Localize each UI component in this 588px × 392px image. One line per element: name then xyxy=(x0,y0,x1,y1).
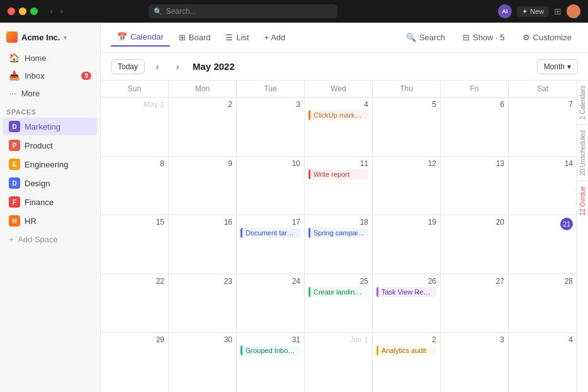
add-space-button[interactable]: + Add Space xyxy=(3,231,98,247)
prev-month-button[interactable]: ‹ xyxy=(150,59,165,74)
event-document-target-users[interactable]: Document target users xyxy=(240,228,300,238)
sidebar-item-home[interactable]: 🏠 Home xyxy=(3,50,98,66)
cal-cell-may11[interactable]: 11 Write report xyxy=(305,157,373,215)
sidebar-item-marketing[interactable]: D Marketing xyxy=(3,118,98,135)
cal-cell-jun3[interactable]: 3 xyxy=(441,333,509,392)
month-view-button[interactable]: Month ▾ xyxy=(537,59,578,74)
user-avatar[interactable] xyxy=(567,4,580,18)
calendar-body: May 1 2 3 4 ClickUp marketing plan 5 6 7 xyxy=(101,98,577,392)
cal-cell-may12[interactable]: 12 xyxy=(373,157,441,215)
add-view-button[interactable]: + Add xyxy=(258,29,292,46)
ai-badge[interactable]: AI xyxy=(498,4,512,18)
cal-cell-may20[interactable]: 20 xyxy=(441,215,509,274)
sidebar-item-design[interactable]: D Design xyxy=(3,174,98,192)
cal-cell-may7[interactable]: 7 xyxy=(509,98,577,156)
forward-arrow[interactable]: › xyxy=(58,6,65,17)
event-grouped-inbox[interactable]: Grouped Inbox Comments xyxy=(240,345,300,356)
cal-cell-may24[interactable]: 24 xyxy=(237,274,305,333)
cal-cell-may23[interactable]: 23 xyxy=(169,274,237,333)
minimize-button[interactable] xyxy=(19,8,26,15)
back-arrow[interactable]: ‹ xyxy=(48,6,55,17)
board-icon: ⊞ xyxy=(179,33,186,42)
event-task-view-redesign[interactable]: Task View Redesign xyxy=(376,287,436,297)
cal-cell-may1[interactable]: May 1 xyxy=(101,98,169,156)
cal-cell-may3[interactable]: 3 xyxy=(237,98,305,156)
close-button[interactable] xyxy=(8,8,15,15)
day-header-sat: Sat xyxy=(509,81,577,97)
day-num: Jun 1 xyxy=(308,335,368,344)
product-dot: P xyxy=(9,140,20,151)
cal-cell-may30[interactable]: 30 xyxy=(169,333,237,392)
day-num: 5 xyxy=(376,100,436,109)
cal-cell-may15[interactable]: 15 xyxy=(101,215,169,274)
calendar-header: Sun Mon Tue Wed Thu Fri Sat xyxy=(101,81,577,98)
cal-cell-may22[interactable]: 22 xyxy=(101,274,169,333)
grid-icon[interactable]: ⊞ xyxy=(554,6,562,16)
day-num: May 1 xyxy=(105,100,164,109)
cal-cell-may25[interactable]: 25 Create landing page xyxy=(305,274,373,333)
event-analytics-audit[interactable]: Analytics audit xyxy=(376,345,436,356)
workspace-name: Acme Inc. xyxy=(21,33,60,42)
cal-cell-may26[interactable]: 26 Task View Redesign xyxy=(373,274,441,333)
cal-cell-may8[interactable]: 8 xyxy=(101,157,169,215)
cal-cell-may2[interactable]: 2 xyxy=(169,98,237,156)
sidebar-item-finance[interactable]: F Finance xyxy=(3,193,98,211)
inbox-badge: 9 xyxy=(81,72,91,80)
day-num: 12 xyxy=(376,159,436,168)
cal-cell-jun2[interactable]: 2 Analytics audit xyxy=(373,333,441,392)
titlebar-search[interactable]: 🔍 Search... xyxy=(149,4,337,18)
search-button[interactable]: 🔍 Search xyxy=(400,30,451,45)
event-spring-campaign[interactable]: Spring campaign image assets xyxy=(308,228,368,238)
cal-cell-may9[interactable]: 9 xyxy=(169,157,237,215)
cal-cell-may6[interactable]: 6 xyxy=(441,98,509,156)
sidebar-item-engineering[interactable]: E Engineering xyxy=(3,155,98,173)
design-dot: D xyxy=(9,177,20,189)
cal-cell-may27[interactable]: 27 xyxy=(441,274,509,333)
today-button[interactable]: Today xyxy=(111,59,145,74)
customize-button[interactable]: ⚙ Customize xyxy=(516,30,578,45)
sidebar-item-product[interactable]: P Product xyxy=(3,137,98,154)
cal-cell-may14[interactable]: 14 xyxy=(509,157,577,215)
side-panel[interactable]: 2 Calendars 20 Unscheduled 12 Ovrdue xyxy=(577,81,588,392)
cal-cell-may4[interactable]: 4 ClickUp marketing plan xyxy=(305,98,373,156)
gear-icon: ⚙ xyxy=(523,33,530,42)
workspace-selector[interactable]: Acme Inc. ▾ xyxy=(0,28,100,47)
cal-cell-jun1[interactable]: Jun 1 xyxy=(305,333,373,392)
event-create-landing-page[interactable]: Create landing page xyxy=(308,287,368,297)
cal-cell-may10[interactable]: 10 xyxy=(237,157,305,215)
tab-board[interactable]: ⊞ Board xyxy=(172,29,217,46)
cal-cell-may21[interactable]: 21 xyxy=(509,215,577,274)
day-num: 19 xyxy=(376,218,436,227)
chevron-down-icon: ▾ xyxy=(567,62,571,71)
list-icon: ☰ xyxy=(225,33,233,42)
cal-cell-may17[interactable]: 17 Document target users xyxy=(237,215,305,274)
calendar-row-1: May 1 2 3 4 ClickUp marketing plan 5 6 7 xyxy=(101,98,577,157)
cal-cell-may18[interactable]: 18 Spring campaign image assets xyxy=(305,215,373,274)
tab-list[interactable]: ☰ List xyxy=(219,29,255,46)
cal-cell-may31[interactable]: 31 Grouped Inbox Comments xyxy=(237,333,305,392)
sidebar-item-more[interactable]: ··· More xyxy=(3,85,98,101)
cal-cell-may5[interactable]: 5 xyxy=(373,98,441,156)
cal-cell-may13[interactable]: 13 xyxy=(441,157,509,215)
sidebar-item-inbox[interactable]: 📥 Inbox 9 xyxy=(3,67,98,84)
calendar-title: May 2022 xyxy=(193,61,235,72)
new-button[interactable]: ✦ New xyxy=(517,6,549,17)
tab-calendar[interactable]: 📅 Calendar xyxy=(111,28,170,47)
day-num: 3 xyxy=(240,100,300,109)
search-icon: 🔍 xyxy=(406,33,416,42)
sidebar-item-hr[interactable]: H HR xyxy=(3,212,98,230)
event-clickup-marketing[interactable]: ClickUp marketing plan xyxy=(308,110,368,120)
show-button[interactable]: ⊟ Show · 5 xyxy=(456,30,511,45)
cal-cell-jun4[interactable]: 4 xyxy=(509,333,577,392)
next-month-button[interactable]: › xyxy=(170,59,185,74)
day-header-fri: Fri xyxy=(441,81,509,97)
day-num: 16 xyxy=(172,218,232,227)
unscheduled-label: 20 Unscheduled xyxy=(579,125,586,181)
cal-cell-may16[interactable]: 16 xyxy=(169,215,237,274)
topbar-actions: 🔍 Search ⊟ Show · 5 ⚙ Customize xyxy=(400,30,578,45)
cal-cell-may19[interactable]: 19 xyxy=(373,215,441,274)
cal-cell-may28[interactable]: 28 xyxy=(509,274,577,333)
cal-cell-may29[interactable]: 29 xyxy=(101,333,169,392)
maximize-button[interactable] xyxy=(30,8,38,15)
event-write-report[interactable]: Write report xyxy=(308,169,368,179)
